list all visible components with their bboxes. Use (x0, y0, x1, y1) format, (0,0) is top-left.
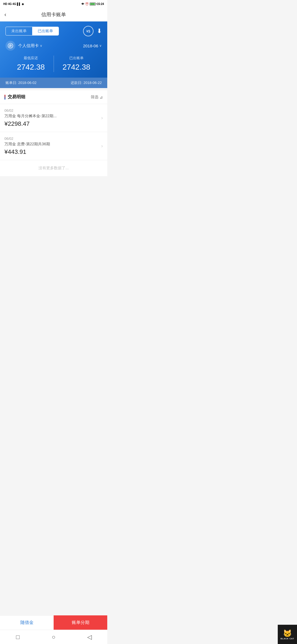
wifi-icon: ◈ (22, 2, 24, 6)
item-chevron-1: › (101, 115, 103, 121)
item-left-1: 06/02 万用金 每月分摊本金-第22期... ¥2298.47 (4, 108, 98, 127)
card-name[interactable]: 个人信用卡 ∨ (18, 43, 42, 48)
back-button[interactable]: ‹ (4, 11, 6, 18)
no-more-data: 没有更多数据了... (0, 160, 107, 176)
blue-section: 未出账单 已出账单 ¥$ ⬇ P 个人信用卡 ∨ 2018-06 ∨ (0, 21, 107, 78)
transaction-list: 06/02 万用金 每月分摊本金-第22期... ¥2298.47 › 06/0… (0, 104, 107, 176)
date-bar: 账单日: 2018-06-02 还款日: 2018-06-22 (0, 78, 107, 88)
status-right: 👁 ⏰ 15:24 (81, 2, 104, 6)
eye-icon: 👁 (81, 2, 84, 6)
billed-label: 已出账单 (54, 56, 99, 61)
title-bar-icon (4, 95, 6, 100)
card-info-row: P 个人信用卡 ∨ 2018-06 ∨ (6, 41, 102, 51)
header: ‹ 信用卡账单 (0, 8, 107, 21)
item-amount-2: ¥443.91 (4, 148, 98, 155)
item-desc-1: 万用金 每月分摊本金-第22期... (4, 114, 98, 119)
min-pay-label: 最低应还 (8, 56, 54, 61)
item-chevron-2: › (101, 143, 103, 149)
transaction-section: 交易明细 筛选 ⊿ 06/02 万用金 每月分摊本金-第22期... ¥2298… (0, 90, 107, 176)
due-date: 还款日: 2018-06-22 (71, 80, 102, 85)
tab-group: 未出账单 已出账单 (6, 27, 59, 36)
item-left-2: 06/02 万用金 息费-第22期共36期 ¥443.91 (4, 137, 98, 155)
download-button[interactable]: ⬇ (97, 28, 102, 35)
card-logo: P (6, 41, 15, 51)
page-title: 信用卡账单 (41, 11, 66, 18)
alarm-icon: ⏰ (85, 2, 89, 6)
tab-actions: ¥$ ⬇ (83, 26, 102, 36)
transaction-header: 交易明细 筛选 ⊿ (0, 90, 107, 104)
transaction-title: 交易明细 (4, 94, 25, 100)
card-name-left: P 个人信用卡 ∨ (6, 41, 42, 51)
tab-unbilled[interactable]: 未出账单 (6, 27, 32, 35)
transaction-item-1[interactable]: 06/02 万用金 每月分摊本金-第22期... ¥2298.47 › (0, 104, 107, 132)
item-date-1: 06/02 (4, 108, 98, 113)
amount-row: 最低应还 2742.38 已出账单 2742.38 (6, 56, 102, 72)
battery-icon (90, 2, 96, 6)
content-spacer (0, 176, 107, 226)
date-chevron: ∨ (99, 44, 102, 48)
min-pay-item: 最低应还 2742.38 (8, 56, 54, 72)
signal-icon: ▌▌ (17, 2, 21, 6)
filter-icon: ⊿ (100, 95, 103, 99)
time-display: 15:24 (97, 2, 104, 6)
min-pay-value: 2742.38 (8, 63, 54, 72)
billed-value: 2742.38 (54, 63, 99, 72)
status-text: HD 4G 4G (3, 2, 16, 6)
svg-text:P: P (9, 44, 12, 48)
filter-button[interactable]: 筛选 ⊿ (91, 95, 103, 100)
billing-date: 账单日: 2018-06-02 (6, 80, 37, 85)
tab-switcher: 未出账单 已出账单 ¥$ ⬇ (6, 26, 102, 36)
item-amount-1: ¥2298.47 (4, 120, 98, 127)
currency-toggle-button[interactable]: ¥$ (83, 26, 94, 36)
status-left: HD 4G 4G ▌▌ ◈ (3, 2, 24, 6)
transaction-item-2[interactable]: 06/02 万用金 息费-第22期共36期 ¥443.91 › (0, 132, 107, 160)
tab-billed[interactable]: 已出账单 (32, 27, 59, 35)
status-bar: HD 4G 4G ▌▌ ◈ 👁 ⏰ 15:24 (0, 0, 107, 8)
date-selector[interactable]: 2018-06 ∨ (83, 43, 102, 48)
item-date-2: 06/02 (4, 137, 98, 141)
item-desc-2: 万用金 息费-第22期共36期 (4, 142, 98, 147)
card-name-chevron: ∨ (40, 44, 42, 48)
billed-item: 已出账单 2742.38 (54, 56, 99, 72)
